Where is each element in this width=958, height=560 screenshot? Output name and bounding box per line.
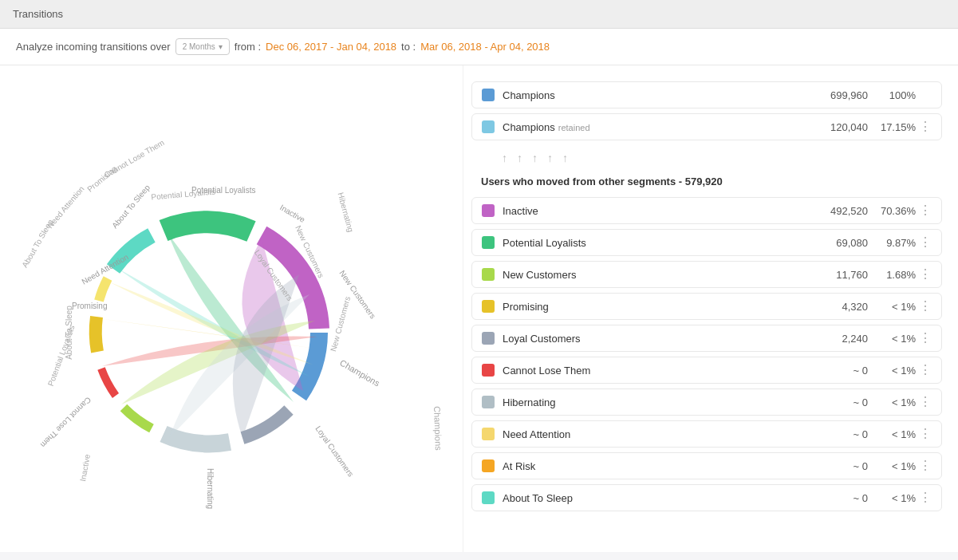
segments-list: Inactive 492,520 70.36% ⋮ Potential Loya… bbox=[471, 197, 942, 511]
seg-color-1 bbox=[482, 236, 495, 249]
arrow-icon-4: ↑ bbox=[547, 152, 553, 164]
seg-name-3: Promising bbox=[503, 301, 804, 313]
seg-color-0 bbox=[482, 204, 495, 217]
date-to: Mar 06, 2018 - Apr 04, 2018 bbox=[420, 41, 550, 53]
arc-new-customers[interactable] bbox=[124, 408, 152, 428]
seg-pct-0: 70.36% bbox=[868, 205, 916, 217]
seg-pct-8: < 1% bbox=[868, 460, 916, 472]
chart-area: Champions Loyal Customers Hibernating Ca… bbox=[0, 65, 463, 552]
seg-color-5 bbox=[482, 364, 495, 377]
seg-pct-9: < 1% bbox=[868, 492, 916, 504]
arc-promising[interactable] bbox=[96, 317, 97, 352]
seg-menu-5[interactable]: ⋮ bbox=[916, 364, 932, 377]
seg-menu-3[interactable]: ⋮ bbox=[916, 300, 932, 313]
arrows-row: ↑ ↑ ↑ ↑ ↑ bbox=[492, 145, 942, 171]
label-hibernating: Hibernating bbox=[206, 468, 215, 509]
seg-value-0: 492,520 bbox=[804, 205, 868, 217]
arrow-icon-3: ↑ bbox=[532, 152, 538, 164]
seg-pct-2: 1.68% bbox=[868, 269, 916, 281]
seg-name-5: Cannot Lose Them bbox=[503, 365, 804, 377]
seg-menu-7[interactable]: ⋮ bbox=[916, 428, 932, 440]
seg-pct-7: < 1% bbox=[868, 428, 916, 440]
seg-name-8: At Risk bbox=[503, 460, 804, 472]
lbl-champions2: Champions bbox=[432, 406, 444, 452]
champions-retained-color bbox=[482, 120, 495, 133]
controls-bar: Analyze incoming transitions over 2 Mont… bbox=[0, 29, 958, 65]
seg-value-3: 4,320 bbox=[804, 301, 868, 313]
seg-name-2: New Customers bbox=[503, 269, 804, 281]
label-inactive: Inactive bbox=[278, 203, 307, 224]
champions-name: Champions bbox=[503, 89, 804, 101]
seg-color-9 bbox=[482, 491, 495, 504]
seg-menu-1[interactable]: ⋮ bbox=[916, 236, 932, 249]
arrow-icon-1: ↑ bbox=[502, 152, 507, 164]
seg-name-4: Loyal Customers bbox=[503, 333, 804, 345]
label-cannot: Cannot Lose Them bbox=[39, 396, 93, 450]
seg-value-4: 2,240 bbox=[804, 333, 868, 345]
seg-pct-3: < 1% bbox=[868, 301, 916, 313]
seg-menu-2[interactable]: ⋮ bbox=[916, 268, 932, 281]
seg-name-7: Need Attention bbox=[503, 428, 804, 440]
label-potential-rotated: Potential Loyalists bbox=[151, 187, 215, 202]
champions-value: 699,960 bbox=[804, 89, 868, 101]
seg-color-7 bbox=[482, 428, 495, 440]
label-new-customers-rotated: New Customers bbox=[329, 295, 352, 353]
segment-row-6: Hibernating ~ 0 < 1% ⋮ bbox=[471, 388, 942, 416]
label-about-sleep: About To Sleep bbox=[110, 183, 152, 230]
label-promising: Promising bbox=[72, 302, 107, 310]
champions-retained-value: 120,040 bbox=[804, 121, 868, 133]
arc-champions[interactable] bbox=[299, 333, 319, 396]
seg-name-6: Hibernating bbox=[503, 396, 804, 408]
seg-color-4 bbox=[482, 332, 495, 345]
period-dropdown[interactable]: 2 Months ▾ bbox=[175, 38, 230, 55]
dropdown-arrow-icon: ▾ bbox=[219, 42, 223, 51]
right-panel: Champions 699,960 100% Championsretained… bbox=[463, 65, 958, 552]
seg-menu-4[interactable]: ⋮ bbox=[916, 332, 932, 345]
arrow-icon-2: ↑ bbox=[517, 152, 522, 164]
seg-color-2 bbox=[482, 268, 495, 281]
dropdown-value: 2 Months bbox=[183, 42, 215, 51]
lbl-hibernating: Hibernating bbox=[336, 191, 355, 233]
seg-value-7: ~ 0 bbox=[804, 428, 868, 440]
to-label: to : bbox=[401, 41, 416, 53]
segment-row-1: Potential Loyalists 69,080 9.87% ⋮ bbox=[471, 229, 942, 256]
segment-row-4: Loyal Customers 2,240 < 1% ⋮ bbox=[471, 325, 942, 352]
lbl-cannot2: Cannot Lose Them bbox=[103, 138, 166, 179]
label-loyal: Loyal Customers bbox=[313, 424, 355, 479]
seg-pct-6: < 1% bbox=[868, 396, 916, 408]
seg-menu-6[interactable]: ⋮ bbox=[916, 396, 932, 408]
seg-name-1: Potential Loyalists bbox=[503, 237, 804, 249]
seg-pct-4: < 1% bbox=[868, 333, 916, 345]
moved-section-header: Users who moved from other segments - 57… bbox=[471, 171, 942, 192]
seg-value-9: ~ 0 bbox=[804, 492, 868, 504]
champions-retained-row: Championsretained 120,040 17.15% ⋮ bbox=[471, 113, 942, 140]
segment-row-3: Promising 4,320 < 1% ⋮ bbox=[471, 293, 942, 320]
from-label: from : bbox=[235, 41, 261, 53]
arc-hibernating[interactable] bbox=[164, 434, 230, 444]
seg-value-5: ~ 0 bbox=[804, 365, 868, 377]
champions-color bbox=[482, 89, 495, 101]
chord-diagram: Champions Loyal Customers Hibernating Ca… bbox=[24, 85, 439, 532]
seg-color-3 bbox=[482, 300, 495, 313]
segment-row-2: New Customers 11,760 1.68% ⋮ bbox=[471, 261, 942, 288]
seg-value-8: ~ 0 bbox=[804, 460, 868, 472]
champions-pct: 100% bbox=[868, 89, 916, 101]
arc-potential-loyalists[interactable] bbox=[164, 222, 251, 231]
seg-value-6: ~ 0 bbox=[804, 396, 868, 408]
seg-menu-0[interactable]: ⋮ bbox=[916, 204, 932, 217]
seg-color-6 bbox=[482, 396, 495, 408]
label-champions: Champions bbox=[338, 357, 382, 388]
champions-retained-name: Championsretained bbox=[503, 121, 804, 133]
champions-retained-menu[interactable]: ⋮ bbox=[916, 120, 932, 133]
segment-row-0: Inactive 492,520 70.36% ⋮ bbox=[471, 197, 942, 224]
seg-pct-5: < 1% bbox=[868, 365, 916, 377]
page-wrapper: Transitions Analyze incoming transitions… bbox=[0, 0, 958, 560]
arc-need-attention[interactable] bbox=[99, 278, 108, 301]
segment-row-9: About To Sleep ~ 0 < 1% ⋮ bbox=[471, 484, 942, 511]
champions-total-row: Champions 699,960 100% bbox=[471, 81, 942, 108]
segment-row-8: At Risk ~ 0 < 1% ⋮ bbox=[471, 452, 942, 479]
seg-menu-8[interactable]: ⋮ bbox=[916, 459, 932, 472]
arc-cannot-lose[interactable] bbox=[101, 369, 116, 396]
page-title: Transitions bbox=[13, 8, 63, 20]
seg-menu-9[interactable]: ⋮ bbox=[916, 491, 932, 504]
